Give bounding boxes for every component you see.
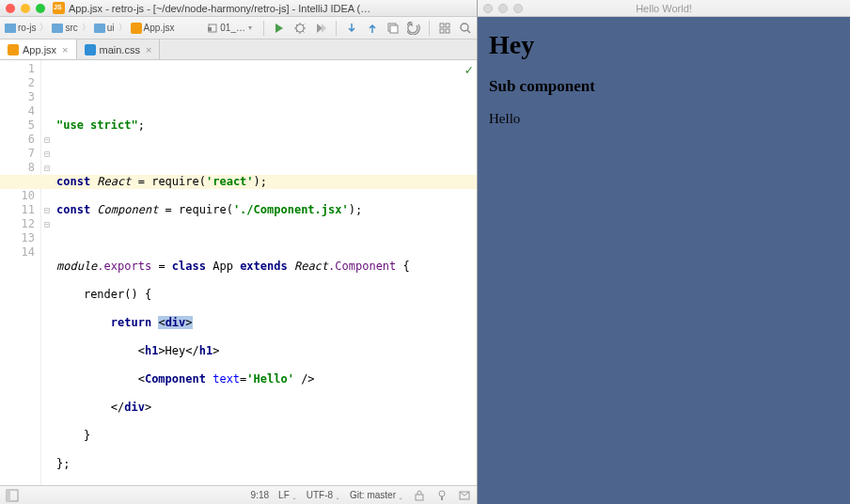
- chevron-right-icon: 〉: [82, 22, 90, 34]
- jsx-file-icon: [53, 2, 65, 14]
- fold-toggle[interactable]: ⊟: [41, 147, 53, 161]
- jsx-file-icon: [131, 23, 142, 34]
- breadcrumb-label: ui: [107, 23, 115, 33]
- close-window-button[interactable]: [6, 4, 15, 13]
- code-content[interactable]: "use strict"; const React = require('rea…: [53, 60, 477, 485]
- breadcrumb-label: App.jsx: [144, 23, 175, 33]
- breadcrumb-ui[interactable]: ui: [93, 23, 116, 33]
- fold-toggle[interactable]: ⊟: [41, 161, 53, 175]
- inspection-ok-icon[interactable]: ✓: [465, 62, 473, 77]
- breadcrumb-file[interactable]: App.jsx: [130, 23, 176, 34]
- debug-button[interactable]: [292, 21, 307, 36]
- tab-label: main.css: [100, 44, 140, 55]
- subcomponent-heading: Sub component: [489, 77, 839, 96]
- folder-icon: [5, 24, 16, 33]
- tab-main-css[interactable]: main.css ×: [77, 39, 161, 59]
- line-separator[interactable]: LF: [278, 490, 297, 500]
- vcs-history-button[interactable]: [386, 21, 401, 36]
- run-button[interactable]: [272, 21, 287, 36]
- breadcrumb-label: src: [65, 23, 77, 33]
- ide-titlebar: App.jsx - retro-js - [~/dev/node-harmony…: [0, 0, 477, 17]
- window-title: App.jsx - retro-js - [~/dev/node-harmony…: [69, 3, 370, 14]
- svg-rect-14: [441, 496, 443, 500]
- ide-window: App.jsx - retro-js - [~/dev/node-harmony…: [0, 0, 478, 504]
- browser-viewport: Hey Sub component Hello: [478, 17, 850, 504]
- encoding[interactable]: UTF-8: [307, 490, 340, 500]
- minimize-window-button[interactable]: [498, 4, 508, 13]
- browser-titlebar: Hello World!: [478, 0, 850, 17]
- close-icon[interactable]: ×: [62, 44, 68, 55]
- svg-point-9: [461, 24, 468, 31]
- svg-rect-5: [440, 24, 444, 27]
- page-heading: Hey: [489, 30, 839, 60]
- css-file-icon: [85, 44, 96, 55]
- inspector-icon[interactable]: [435, 489, 449, 502]
- browser-title: Hello World!: [636, 3, 692, 14]
- svg-point-13: [439, 491, 445, 496]
- fold-toggle[interactable]: ⊟: [41, 203, 53, 217]
- editor-tabs: App.jsx × main.css ×: [0, 39, 477, 60]
- run-config-selector[interactable]: 01_… ▾: [204, 22, 256, 34]
- svg-rect-8: [446, 29, 449, 33]
- lock-icon[interactable]: [413, 489, 426, 502]
- svg-rect-12: [416, 495, 423, 500]
- svg-rect-11: [7, 490, 10, 501]
- breadcrumb-project[interactable]: ro-js: [4, 23, 37, 33]
- search-button[interactable]: [458, 21, 473, 36]
- fold-toggle[interactable]: ⊟: [41, 133, 53, 147]
- close-window-button[interactable]: [483, 4, 493, 13]
- vcs-update-button[interactable]: [344, 21, 359, 36]
- svg-rect-1: [208, 27, 212, 31]
- breadcrumb: ro-js 〉 src 〉 ui 〉 App.jsx: [4, 22, 175, 34]
- coverage-button[interactable]: [313, 21, 328, 36]
- component-text: Hello: [489, 111, 839, 127]
- svg-rect-6: [446, 24, 449, 27]
- separator: [429, 21, 430, 36]
- separator: [263, 21, 264, 36]
- close-icon[interactable]: ×: [146, 44, 151, 55]
- zoom-window-button[interactable]: [513, 4, 523, 13]
- main-toolbar: ro-js 〉 src 〉 ui 〉 App.jsx 01_… ▾: [0, 17, 477, 39]
- traffic-lights: [6, 4, 45, 13]
- breadcrumb-src[interactable]: src: [51, 23, 78, 33]
- jsx-file-icon: [8, 44, 19, 55]
- minimize-window-button[interactable]: [21, 4, 30, 13]
- tab-app-jsx[interactable]: App.jsx ×: [0, 39, 77, 59]
- folder-icon: [94, 24, 105, 33]
- vcs-revert-button[interactable]: [406, 21, 421, 36]
- tab-label: App.jsx: [23, 44, 56, 55]
- fold-toggle[interactable]: ⊟: [41, 217, 53, 231]
- run-config-label: 01_…: [220, 23, 245, 33]
- traffic-lights-inactive: [483, 4, 523, 13]
- run-toolbar: 01_… ▾: [204, 21, 473, 36]
- fold-gutter: ⊟ ⊟ ⊟ ⊟ ⊟: [41, 60, 53, 485]
- notifications-icon[interactable]: [458, 489, 471, 502]
- code-editor[interactable]: 1234567891011121314 ⊟ ⊟ ⊟ ⊟ ⊟ "use stric…: [0, 60, 477, 485]
- chevron-right-icon: 〉: [39, 22, 48, 34]
- breadcrumb-label: ro-js: [18, 23, 36, 33]
- browser-window: Hello World! Hey Sub component Hello: [478, 0, 850, 504]
- line-gutter: 1234567891011121314: [0, 60, 41, 485]
- svg-rect-7: [440, 29, 444, 33]
- tool-window-toggle[interactable]: [6, 489, 19, 502]
- git-branch[interactable]: Git: master: [350, 490, 403, 500]
- vcs-commit-button[interactable]: [365, 21, 380, 36]
- svg-rect-4: [390, 25, 398, 33]
- chevron-right-icon: 〉: [118, 22, 127, 34]
- config-icon: [208, 24, 217, 33]
- separator: [336, 21, 337, 36]
- zoom-window-button[interactable]: [36, 4, 45, 13]
- cursor-position[interactable]: 9:18: [251, 490, 269, 500]
- structure-button[interactable]: [437, 21, 452, 36]
- status-bar: 9:18 LF UTF-8 Git: master: [0, 485, 477, 504]
- folder-icon: [52, 24, 63, 33]
